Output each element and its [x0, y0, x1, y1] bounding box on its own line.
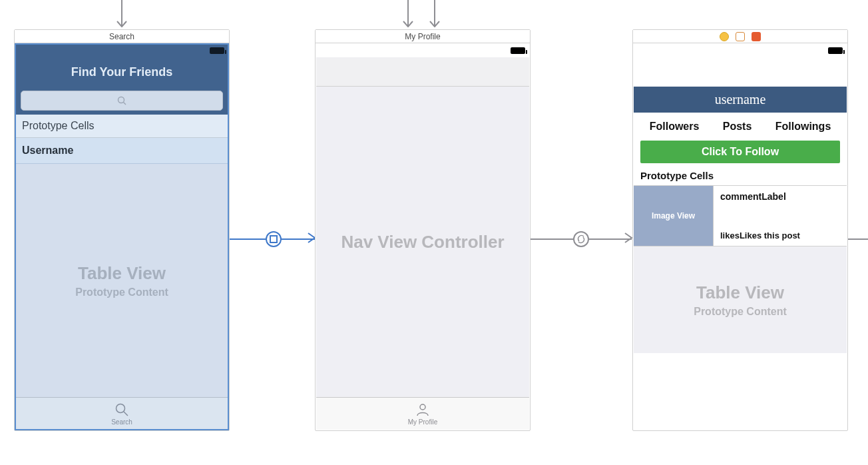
likes-row: likesLikes this post [720, 231, 840, 240]
segue-relationship[interactable] [531, 238, 632, 240]
scene-title-my-profile: My Profile [316, 30, 530, 43]
segue-present[interactable] [230, 238, 315, 240]
username-label: Username [22, 145, 73, 156]
svg-point-1 [118, 97, 124, 103]
image-view: Image View [634, 186, 714, 246]
svg-point-3 [116, 404, 125, 412]
username-cell[interactable]: Username [15, 138, 228, 164]
svg-line-2 [124, 103, 126, 105]
segue-arrow-in-search [121, 0, 122, 27]
comment-label: commentLabel [720, 191, 840, 202]
exit-indicator-icon [752, 32, 761, 41]
table-view-placeholder[interactable]: Table View Prototype Content [15, 164, 228, 397]
nav-bar-search: Find Your Friends [15, 57, 228, 87]
placeholder-subtitle: Prototype Content [75, 286, 168, 298]
segue-arrow-in-profile-2 [434, 0, 435, 27]
svg-point-5 [420, 404, 425, 410]
follow-button[interactable]: Click To Follow [640, 141, 840, 163]
nav-title: Find Your Friends [71, 65, 172, 79]
placeholder-title: Table View [78, 263, 166, 284]
followers-label[interactable]: Followers [650, 121, 700, 133]
table-view-placeholder[interactable]: Table View Prototype Content [634, 246, 847, 353]
outlet-indicator-icon [736, 32, 745, 41]
prototype-cells-header: Prototype Cells [15, 115, 228, 138]
storyboard-canvas[interactable]: Search Find Your Friends Prototype Cells… [0, 0, 868, 465]
segue-out-right [848, 238, 868, 240]
placeholder-subtitle: Prototype Content [694, 306, 787, 318]
tab-bar: My Profile [316, 397, 529, 430]
tab-label-search: Search [111, 418, 132, 426]
scene-title-guest [633, 30, 847, 43]
nav-bar-plain [316, 57, 529, 87]
battery-icon [511, 47, 525, 54]
tab-label-profile: My Profile [408, 418, 437, 426]
svg-line-4 [124, 412, 128, 416]
battery-icon [210, 47, 224, 54]
search-bar [15, 87, 228, 115]
username-header: username [634, 87, 847, 113]
segue-arrow-in-profile-1 [407, 0, 409, 27]
scene-title-search: Search [15, 30, 229, 43]
svg-rect-0 [270, 236, 277, 242]
search-tab-icon[interactable] [114, 402, 129, 417]
nav-controller-label: Nav View Controller [316, 232, 529, 252]
search-field[interactable] [21, 91, 223, 111]
scene-my-profile[interactable]: My Profile Nav View Controller My Profil… [315, 29, 531, 431]
class-indicator-icon [720, 32, 729, 41]
profile-tab-icon[interactable] [415, 402, 430, 417]
prototype-cells-header: Prototype Cells [634, 170, 847, 185]
battery-icon [828, 47, 843, 54]
posts-label[interactable]: Posts [723, 121, 752, 133]
followings-label[interactable]: Followings [775, 121, 831, 133]
scene-search[interactable]: Search Find Your Friends Prototype Cells… [14, 29, 230, 431]
scene-guest-profile[interactable]: username Followers Posts Followings Clic… [632, 29, 848, 431]
tab-bar: Search [15, 397, 228, 430]
placeholder-title: Table View [696, 282, 784, 303]
segue-relationship-icon [573, 231, 589, 247]
search-icon [117, 96, 126, 105]
segue-present-icon [266, 231, 282, 247]
post-cell[interactable]: Image View commentLabel likesLikes this … [634, 185, 847, 246]
